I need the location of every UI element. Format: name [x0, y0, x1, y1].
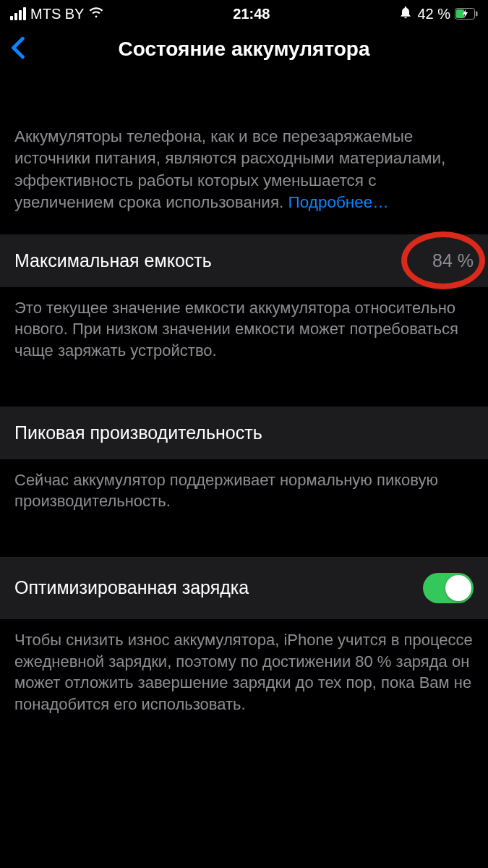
status-left: MTS BY	[10, 4, 104, 24]
peak-performance-label: Пиковая производительность	[14, 422, 262, 443]
nav-bar: Состояние аккумулятора	[0, 26, 488, 75]
battery-charging-icon	[455, 8, 478, 20]
optimized-charging-label: Оптимизированная зарядка	[14, 577, 249, 598]
max-capacity-row[interactable]: Максимальная емкость 84 %	[0, 234, 488, 287]
peak-performance-row[interactable]: Пиковая производительность	[0, 407, 488, 459]
learn-more-link[interactable]: Подробнее…	[288, 193, 389, 211]
cellular-signal-icon	[10, 7, 26, 20]
max-capacity-footer: Это текущее значение емкости аккумулятор…	[0, 287, 488, 380]
alarm-icon	[398, 5, 413, 23]
spacer	[0, 75, 488, 126]
battery-percent-label: 42 %	[417, 6, 450, 22]
carrier-label: MTS BY	[30, 6, 84, 22]
wifi-icon	[88, 4, 104, 24]
toggle-knob	[445, 575, 471, 601]
status-right: 42 %	[398, 5, 478, 23]
optimized-charging-row: Оптимизированная зарядка	[0, 557, 488, 619]
max-capacity-value: 84 %	[432, 250, 474, 271]
optimized-charging-toggle[interactable]	[423, 573, 474, 603]
intro-section: Аккумуляторы телефона, как и все перезар…	[0, 126, 488, 234]
max-capacity-label: Максимальная емкость	[14, 250, 212, 271]
svg-rect-1	[456, 9, 464, 18]
optimized-charging-footer: Чтобы снизить износ аккумулятора, iPhone…	[0, 619, 488, 734]
svg-rect-2	[476, 12, 478, 17]
back-button[interactable]	[10, 36, 26, 62]
max-capacity-row-wrap: Максимальная емкость 84 %	[0, 234, 488, 287]
clock: 21:48	[233, 6, 270, 22]
status-bar: MTS BY 21:48 42 %	[0, 0, 488, 26]
section-gap	[0, 380, 488, 407]
page-title: Состояние аккумулятора	[0, 38, 488, 61]
section-gap-2	[0, 531, 488, 557]
peak-performance-footer: Сейчас аккумулятор поддерживает нормальн…	[0, 459, 488, 531]
